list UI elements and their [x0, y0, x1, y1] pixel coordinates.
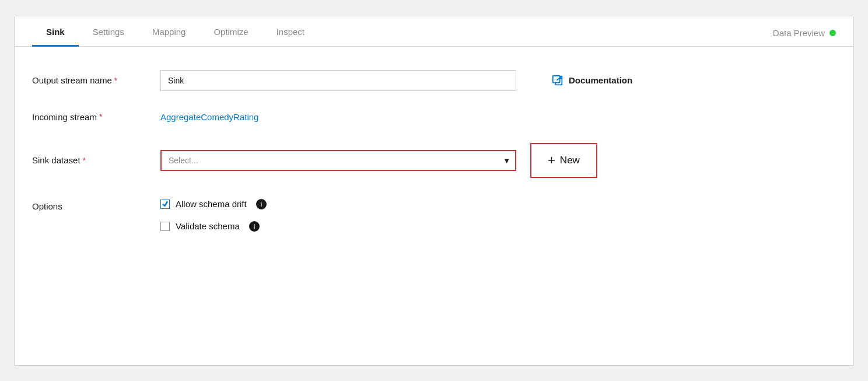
output-stream-input[interactable]: [160, 70, 516, 91]
documentation-link[interactable]: Documentation: [569, 75, 632, 85]
tab-mapping[interactable]: Mapping: [138, 16, 200, 47]
sink-dataset-dropdown-wrapper: Select... ▼: [160, 150, 516, 171]
main-container: Sink Settings Mapping Optimize Inspect D…: [14, 16, 854, 366]
new-dataset-button[interactable]: + New: [530, 143, 597, 178]
output-stream-label: Output stream name *: [32, 75, 160, 85]
new-button-label: New: [560, 155, 580, 166]
sink-dataset-row: Sink dataset * Select... ▼ + New: [32, 143, 836, 178]
validate-schema-label: Validate schema: [176, 221, 240, 231]
plus-icon: +: [548, 154, 555, 167]
allow-schema-drift-info-icon[interactable]: i: [256, 199, 267, 209]
data-preview-status-dot: [830, 30, 836, 36]
output-stream-required: *: [114, 76, 117, 85]
allow-schema-drift-checkbox[interactable]: [160, 200, 170, 209]
validate-schema-row: Validate schema i: [160, 221, 267, 232]
options-label: Options: [32, 199, 160, 211]
tab-sink[interactable]: Sink: [32, 16, 79, 47]
external-link-icon: [551, 74, 564, 87]
options-area: Allow schema drift i Validate schema i: [160, 199, 267, 232]
options-control: Allow schema drift i Validate schema i: [160, 199, 836, 232]
form-content: Output stream name * Documentation: [15, 47, 853, 276]
output-stream-control: Documentation: [160, 70, 836, 91]
sink-dataset-control: Select... ▼ + New: [160, 143, 836, 178]
options-row: Options Allow schema drift i: [32, 199, 836, 232]
sink-dataset-select[interactable]: Select...: [160, 150, 516, 171]
incoming-stream-required: *: [99, 112, 102, 121]
incoming-stream-label: Incoming stream *: [32, 112, 160, 122]
tab-settings[interactable]: Settings: [79, 16, 138, 47]
sink-dataset-required: *: [83, 156, 86, 165]
tab-bar: Sink Settings Mapping Optimize Inspect D…: [15, 16, 853, 47]
output-stream-row: Output stream name * Documentation: [32, 70, 836, 91]
allow-schema-drift-label: Allow schema drift: [176, 199, 247, 209]
documentation-area: Documentation: [551, 74, 632, 87]
tab-inspect[interactable]: Inspect: [262, 16, 318, 47]
validate-schema-info-icon[interactable]: i: [249, 221, 260, 232]
tab-data-preview[interactable]: Data Preview: [773, 18, 836, 46]
allow-schema-drift-row: Allow schema drift i: [160, 199, 267, 209]
allow-schema-drift-wrapper: Allow schema drift: [160, 199, 247, 209]
incoming-stream-row: Incoming stream * AggregateComedyRating: [32, 112, 836, 122]
sink-dataset-label: Sink dataset *: [32, 155, 160, 165]
incoming-stream-control: AggregateComedyRating: [160, 112, 836, 122]
incoming-stream-link[interactable]: AggregateComedyRating: [160, 112, 258, 122]
tab-optimize[interactable]: Optimize: [200, 16, 262, 47]
validate-schema-wrapper: Validate schema: [160, 221, 240, 231]
validate-schema-checkbox[interactable]: [160, 222, 170, 231]
